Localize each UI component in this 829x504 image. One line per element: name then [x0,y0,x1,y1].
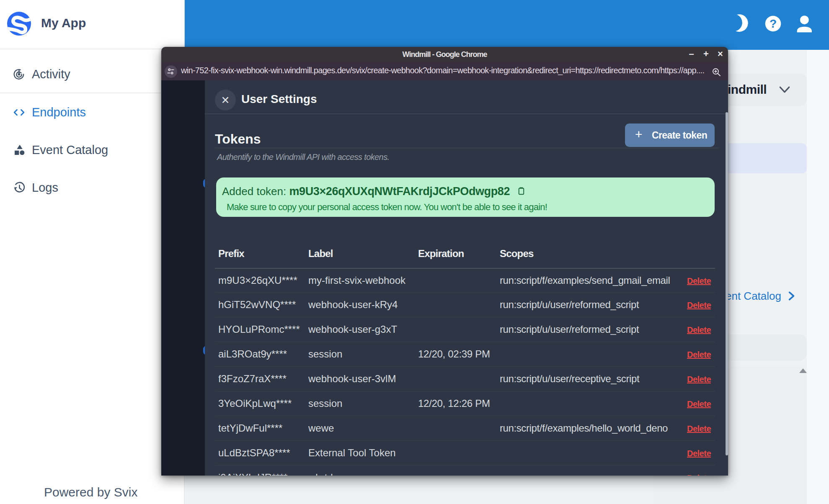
svg-text:?: ? [770,17,777,30]
